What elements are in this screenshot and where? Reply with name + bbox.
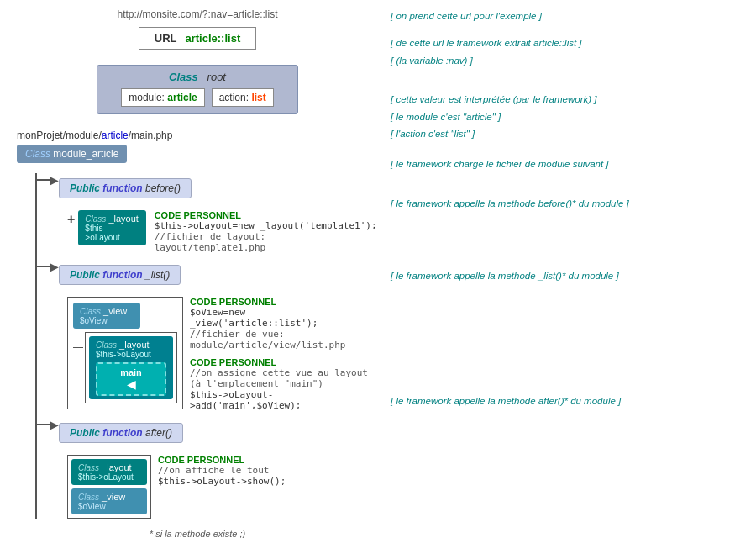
code1-block: CODE PERSONNEL $this->oLayout=new _layou… — [155, 210, 378, 253]
annotation-nav2: [ (la variable :nav) ] — [391, 53, 748, 68]
view2-box: Class _view $oView — [71, 488, 147, 514]
module-box: module: article — [121, 88, 204, 107]
action-box: action: list — [212, 88, 274, 107]
after-func-box: Public function after() — [59, 423, 183, 443]
file-path: monProjet/module/article/main.php — [17, 129, 378, 141]
main-inner-box: main ◀ — [96, 362, 166, 396]
annotation-nav1: [ de cette url le framework extrait arti… — [391, 35, 748, 50]
code2-3-block: CODE PERSONNEL $oView=new _view('article… — [190, 297, 378, 411]
annotation-after: [ le framework appelle la methode after(… — [391, 393, 748, 409]
layout3-box: Class _layout $this->oLayout — [71, 459, 147, 485]
annotation-interp3: [ l'action c'est "list" ] — [391, 126, 748, 141]
annotation-url: [ on prend cette url pour l'exemple ] — [391, 8, 748, 24]
url-label: URL — [155, 32, 177, 45]
list-func-box: Public function _list() — [59, 265, 181, 285]
plus-icon: + — [67, 210, 75, 229]
url-box: URL article::list — [139, 27, 256, 50]
annotation-before: [ le framework appelle la methode before… — [391, 196, 748, 211]
annotation-list: [ le framework appelle la methode _list(… — [391, 268, 748, 283]
annotation-file: [ le framework charge le fichier de modu… — [391, 156, 748, 171]
view1-box: Class _view $oView — [73, 303, 140, 329]
annotation-interp2: [ le module c'est "article" ] — [391, 109, 748, 124]
class-root-title: Class _root — [106, 71, 289, 83]
url-path: http://monsite.com/?:nav=article::list — [17, 8, 378, 20]
url-value: article::list — [185, 32, 240, 45]
layout2-box: Class _layout $this->oLayout main ◀ — [89, 336, 173, 399]
footer-note: * si la methode existe ;) — [17, 529, 378, 538]
code4-block: CODE PERSONNEL //on affiche le tout $thi… — [158, 455, 286, 487]
right-panel: [ on prend cette url pour l'exemple ] [ … — [386, 0, 756, 538]
class-module-box: Class module_article — [17, 145, 127, 163]
before-func-box: Public function before() — [59, 178, 192, 198]
annotation-interp1: [ cette valeur est interprétée (par le f… — [391, 92, 748, 107]
layout1-box: Class _layout $this->oLayout — [78, 210, 145, 245]
class-root-box: Class _root module: article action: list — [97, 65, 298, 114]
